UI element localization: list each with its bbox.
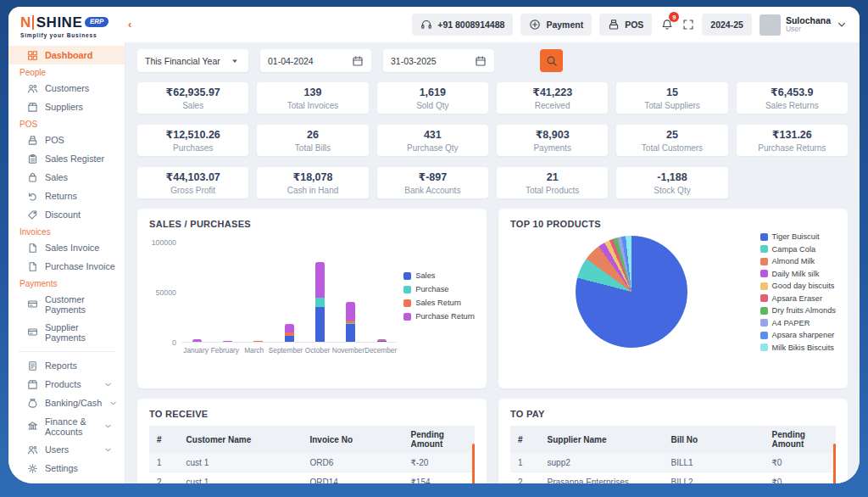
bar-stack: [253, 341, 263, 342]
fullscreen-button[interactable]: [682, 19, 694, 31]
legend-item-purchase[interactable]: Purchase: [403, 285, 475, 293]
table-cell: ORD6: [302, 453, 403, 472]
pos-button[interactable]: POS: [599, 14, 652, 36]
stat-label: Cash in Hand: [259, 186, 366, 195]
to-date-input[interactable]: 31-03-2025: [383, 49, 494, 72]
box-icon: [27, 379, 38, 390]
table-scrollbar[interactable]: [472, 444, 475, 483]
sidebar-item-label: Dashboard: [45, 50, 92, 60]
sidebar-item-supplier-payments[interactable]: Supplier Payments: [8, 318, 125, 346]
bar-stack: [192, 339, 202, 342]
financial-year-button[interactable]: 2024-25: [702, 14, 752, 36]
sidebar-item-sales-register[interactable]: Sales Register: [8, 149, 125, 168]
top-products-panel: TOP 10 PRODUCTS Tiger BuiscuitCampa Cola…: [498, 209, 848, 388]
legend-item-purchase-return[interactable]: Purchase Return: [403, 312, 475, 321]
pos-icon: [608, 19, 620, 31]
legend-item-tiger-buiscuit[interactable]: Tiger Buiscuit: [760, 232, 836, 241]
tag-icon: [27, 209, 38, 221]
sidebar-item-pos[interactable]: POS: [8, 131, 125, 149]
sidebar-item-purchase-invoice[interactable]: Purchase Invoice: [8, 257, 125, 276]
legend-label: Tiger Buiscuit: [772, 232, 820, 241]
payment-button[interactable]: Payment: [520, 14, 592, 36]
stat-value: 25: [618, 129, 726, 141]
sidebar-item-suppliers[interactable]: Suppliers: [8, 98, 125, 116]
stat-label: Total Products: [498, 186, 606, 195]
legend-label: Sales Return: [415, 299, 461, 307]
stat-label: Payments: [498, 143, 606, 153]
stat-label: Total Suppliers: [618, 101, 726, 110]
plus-circle-icon: [529, 19, 541, 31]
sidebar-item-settings[interactable]: Settings: [8, 459, 125, 477]
sidebar-item-reports[interactable]: Reports: [8, 356, 125, 375]
legend-item-campa-cola[interactable]: Campa Cola: [760, 245, 836, 254]
column-header: Customer Name: [179, 426, 303, 453]
sidebar-item-discount[interactable]: Discount: [8, 205, 125, 224]
table-cell: ORD14: [302, 472, 403, 484]
sidebar-item-users[interactable]: Users: [8, 440, 125, 459]
sidebar-item-banking-cash[interactable]: Banking/Cash: [8, 394, 125, 412]
stat-label: Bank Accounts: [379, 186, 487, 195]
legend-item-sales[interactable]: Sales: [403, 271, 475, 280]
table-cell: 1: [510, 453, 540, 472]
support-phone-button[interactable]: +91 8008914488: [412, 14, 513, 36]
sidebar-item-label: Customers: [45, 83, 89, 93]
sidebar-item-finance-accounts[interactable]: Finance & Accounts: [8, 412, 125, 440]
sidebar-item-sales[interactable]: Sales: [8, 168, 125, 187]
table-cell: Prasanna Enterprises: [540, 472, 664, 484]
sidebar-collapse-button[interactable]: ‹: [128, 19, 131, 30]
table-cell: cust 1: [179, 453, 303, 472]
pie-chart-legend: Tiger BuiscuitCampa ColaAlmond MilkDaily…: [754, 232, 836, 352]
legend-item-a4-paper[interactable]: A4 PAPER: [760, 319, 836, 327]
table-cell: cust 1: [179, 472, 303, 484]
sidebar-item-sales-invoice[interactable]: Sales Invoice: [8, 238, 125, 257]
table-scrollbar[interactable]: [833, 444, 836, 483]
sidebar-item-customers[interactable]: Customers: [8, 79, 125, 98]
legend-swatch: [403, 313, 411, 321]
erp-badge: ERP: [84, 17, 109, 27]
legend-label: Purchase Return: [415, 312, 475, 321]
legend-item-milk-bikis-biscuits[interactable]: Milk Bikis Biscuits: [760, 343, 836, 352]
column-header: #: [510, 426, 540, 453]
notifications-button[interactable]: 9: [659, 17, 675, 32]
stat-card-total-invoices: 139Total Invoices: [257, 82, 368, 114]
stat-value: -1,188: [618, 171, 726, 183]
logo[interactable]: NSHINE ERP Simplify your Business: [8, 12, 125, 38]
bar-segment-purchase-return: [346, 302, 355, 321]
legend-item-apsara-sharpener[interactable]: Apsara sharpener: [760, 331, 836, 339]
sidebar-item-customer-payments[interactable]: Customer Payments: [8, 290, 125, 318]
sidebar-section-payments: Payments: [8, 276, 125, 290]
tables-row: TO RECEIVE #Customer NameInvoice NoPendi…: [137, 399, 848, 483]
stat-value: ₹-897: [379, 170, 487, 183]
bar-november: [336, 302, 366, 342]
search-button[interactable]: [540, 49, 563, 72]
sidebar-item-returns[interactable]: Returns: [8, 187, 125, 205]
sidebar-item-products[interactable]: Products: [8, 375, 125, 394]
x-tick: September: [269, 346, 303, 355]
x-tick: December: [364, 346, 397, 355]
sidebar: DashboardPeopleCustomersSuppliersPOSPOSS…: [8, 42, 125, 483]
from-date-input[interactable]: 01-04-2024: [260, 49, 371, 72]
user-menu[interactable]: Sulochana User: [760, 14, 848, 36]
sidebar-section-invoices: Invoices: [8, 224, 125, 238]
legend-swatch: [760, 332, 768, 339]
chevron-down-icon: [836, 19, 848, 31]
document-icon: [27, 243, 38, 254]
sidebar-item-label: Purchase Invoice: [45, 261, 115, 271]
chevron-down-icon: [108, 399, 123, 408]
stat-card-cash-in-hand: ₹18,078Cash in Hand: [257, 167, 368, 198]
bar-stack: [223, 341, 232, 342]
legend-swatch: [760, 233, 768, 241]
legend-item-dry-fruits-almonds[interactable]: Dry fruits Almonds: [760, 306, 836, 315]
legend-swatch: [760, 245, 768, 253]
clipboard-icon: [27, 154, 38, 165]
legend-item-sales-return[interactable]: Sales Return: [403, 299, 475, 307]
legend-item-good-day-biscuits[interactable]: Good day biscuits: [760, 282, 836, 290]
legend-item-apsara-eraser[interactable]: Apsara Eraser: [760, 294, 836, 303]
stat-label: Gross Profit: [139, 186, 247, 195]
legend-item-almond-milk[interactable]: Almond Milk: [760, 257, 836, 265]
sidebar-item-dashboard[interactable]: Dashboard: [8, 46, 125, 64]
stat-label: Purchase Returns: [738, 143, 846, 153]
stat-value: 431: [379, 129, 487, 141]
legend-item-daily-milk-silk[interactable]: Daily Milk silk: [760, 270, 836, 278]
period-select[interactable]: This Financial Year: [137, 49, 248, 72]
